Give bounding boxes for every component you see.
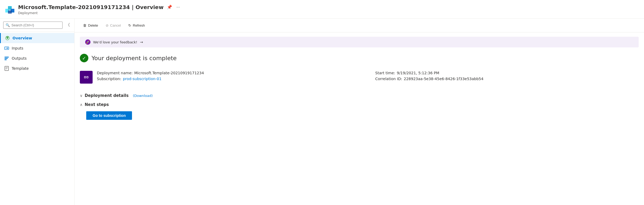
download-link[interactable]: (Download) (133, 94, 153, 98)
svg-rect-13 (5, 66, 9, 71)
svg-rect-11 (5, 58, 8, 59)
subscription-link[interactable]: prod-subscription-01 (123, 77, 162, 81)
main-layout: 🔍 《 Overview (0, 19, 644, 205)
start-time-value: 9/19/2021, 5:12:36 PM (397, 71, 439, 75)
search-icon: 🔍 (6, 23, 10, 27)
refresh-icon: ↻ (128, 23, 131, 27)
sidebar-item-overview[interactable]: Overview (0, 33, 74, 43)
svg-rect-12 (5, 59, 7, 60)
correlation-value: 228923aa-5e38-45e6-8426-1f33e53abb54 (404, 77, 483, 81)
feedback-icon: 🚀 (85, 39, 90, 45)
cancel-button[interactable]: ⊘ Cancel (102, 22, 124, 29)
subscription-row: Subscription: prod-subscription-01 (97, 77, 360, 81)
go-subscription-label: Go to subscription (93, 113, 126, 118)
toolbar: 🗑 Delete ⊘ Cancel ↻ Refresh (75, 19, 644, 32)
start-time-label: Start time: (375, 71, 395, 75)
delete-label: Delete (88, 23, 98, 27)
deployment-name-row: Deployment name: Microsoft.Template-2021… (97, 71, 360, 75)
feedback-arrow: → (140, 40, 143, 44)
start-time-row: Start time: 9/19/2021, 5:12:36 PM (375, 71, 639, 75)
svg-rect-3 (8, 10, 12, 14)
deployment-status: ✓ Your deployment is complete (80, 54, 639, 62)
name-label: Deployment name: (97, 71, 133, 75)
refresh-button[interactable]: ↻ Refresh (125, 22, 148, 29)
sidebar-item-overview-label: Overview (13, 36, 32, 40)
sidebar-item-template[interactable]: Template (0, 63, 74, 73)
content-area: 🗑 Delete ⊘ Cancel ↻ Refresh 🚀 We'd love … (75, 19, 644, 205)
sidebar-nav: Overview Inputs (0, 32, 74, 75)
outputs-icon (4, 56, 9, 61)
azure-logo (5, 5, 15, 14)
svg-rect-6 (6, 36, 9, 38)
more-button[interactable]: ··· (175, 4, 181, 11)
success-icon: ✓ (80, 54, 88, 62)
cancel-icon: ⊘ (106, 23, 109, 27)
title-text: Microsoft.Template-20210919171234 | Over… (18, 4, 164, 10)
deployment-details-right: Start time: 9/19/2021, 5:12:36 PM Correl… (365, 71, 639, 83)
collapse-sidebar-button[interactable]: 《 (65, 21, 71, 29)
search-input-wrap[interactable]: 🔍 (3, 22, 63, 29)
sidebar-item-inputs-label: Inputs (12, 46, 23, 50)
details-section-title: Deployment details (85, 93, 129, 98)
go-to-subscription-button[interactable]: Go to subscription (86, 111, 132, 120)
search-input[interactable] (11, 23, 60, 27)
next-steps-title: Next steps (85, 102, 109, 107)
refresh-label: Refresh (133, 23, 145, 27)
details-chevron-icon: ∨ (80, 93, 82, 98)
subscription-label: Subscription: (97, 77, 121, 81)
deployment-details-header[interactable]: ∨ Deployment details (Download) (80, 93, 639, 98)
feedback-banner[interactable]: 🚀 We'd love your feedback! → (80, 37, 639, 47)
svg-marker-9 (7, 47, 8, 49)
deployment-resource-icon (80, 71, 93, 84)
next-steps-section: ∧ Next steps Go to subscription (80, 102, 639, 120)
svg-rect-21 (87, 77, 88, 78)
delete-icon: 🗑 (83, 23, 86, 27)
deployment-details-left: Deployment name: Microsoft.Template-2021… (97, 71, 360, 83)
sidebar-item-outputs[interactable]: Outputs (0, 53, 74, 63)
name-value: Microsoft.Template-20210919171234 (134, 71, 204, 75)
inputs-icon (4, 46, 9, 51)
overview-icon (5, 36, 10, 40)
header-subtitle: Deployment (18, 11, 181, 15)
header-text: Microsoft.Template-20210919171234 | Over… (18, 3, 181, 15)
svg-rect-17 (83, 75, 89, 79)
correlation-row: Correlation ID: 228923aa-5e38-45e6-8426-… (375, 77, 639, 81)
status-title: Your deployment is complete (92, 55, 177, 61)
next-steps-chevron-icon: ∧ (80, 102, 82, 107)
svg-rect-10 (5, 57, 9, 58)
header: Microsoft.Template-20210919171234 | Over… (0, 0, 644, 19)
sidebar-item-template-label: Template (12, 66, 29, 71)
deployment-info: Deployment name: Microsoft.Template-2021… (80, 69, 639, 86)
svg-rect-20 (85, 77, 85, 78)
sidebar-item-inputs[interactable]: Inputs (0, 43, 74, 53)
sidebar: 🔍 《 Overview (0, 19, 75, 205)
deployment-details-section: ∨ Deployment details (Download) (80, 93, 639, 98)
page-content: ✓ Your deployment is complete Dep (75, 47, 644, 130)
search-bar: 🔍 《 (0, 19, 74, 32)
template-icon (4, 66, 9, 71)
pin-button[interactable]: 📌 (166, 3, 173, 11)
delete-button[interactable]: 🗑 Delete (80, 22, 101, 29)
sidebar-item-outputs-label: Outputs (12, 56, 27, 60)
next-steps-header[interactable]: ∧ Next steps (80, 102, 639, 107)
cancel-label: Cancel (110, 23, 121, 27)
page-title: Microsoft.Template-20210919171234 | Over… (18, 3, 181, 11)
feedback-text: We'd love your feedback! (93, 40, 137, 44)
correlation-label: Correlation ID: (375, 77, 402, 81)
